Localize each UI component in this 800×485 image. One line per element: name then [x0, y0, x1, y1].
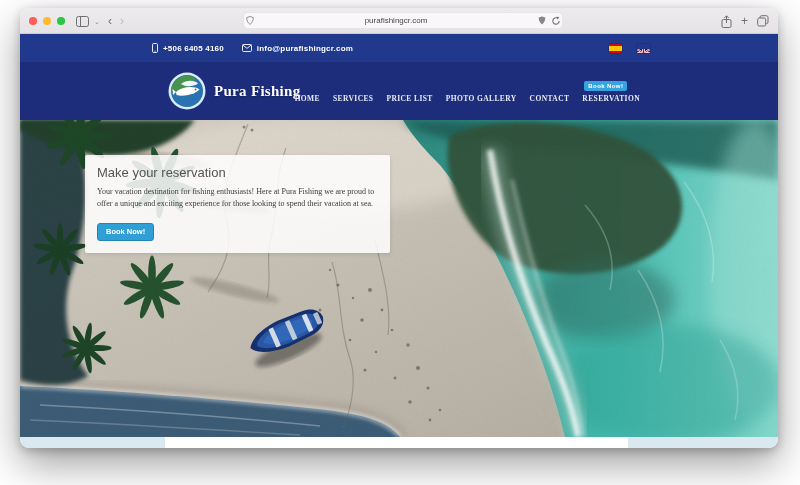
sidebar-icon	[76, 16, 89, 27]
privacy-report-icon[interactable]	[535, 16, 549, 25]
contact-topbar: +506 6405 4160 info@purafishingcr.com	[20, 34, 778, 62]
hero-description: Your vacation destination for fishing en…	[97, 186, 382, 211]
browser-toolbar: ⌄ ‹ › purafishingcr.com	[20, 8, 778, 34]
pura-fishing-logo-icon	[168, 72, 206, 110]
address-bar[interactable]: purafishingcr.com	[243, 12, 563, 29]
phone-link[interactable]: +506 6405 4160	[152, 43, 224, 53]
nav-item-reservation[interactable]: Book Now! RESERVATION	[582, 94, 640, 103]
share-icon	[721, 15, 732, 28]
envelope-icon	[242, 44, 252, 52]
spanish-flag-icon[interactable]	[609, 44, 622, 53]
close-window-button[interactable]	[29, 17, 37, 25]
nav-item-photo-gallery[interactable]: PHOTO GALLERY	[446, 94, 517, 103]
tab-overview-button[interactable]	[757, 15, 769, 27]
hero-section: Make your reservation Your vacation dest…	[20, 120, 778, 437]
email-address: info@purafishingcr.com	[257, 44, 353, 53]
share-button[interactable]	[721, 15, 732, 28]
english-flag-icon[interactable]	[637, 44, 650, 53]
brand-name: Pura Fishing	[214, 83, 301, 100]
book-now-badge[interactable]: Book Now!	[584, 81, 627, 91]
nav-item-reservation-label: RESERVATION	[582, 94, 640, 103]
nav-item-services[interactable]: SERVICES	[333, 94, 373, 103]
phone-number: +506 6405 4160	[163, 44, 224, 53]
main-navbar: Pura Fishing HOME SERVICES PRICE LIST PH…	[20, 62, 778, 120]
site-brand[interactable]: Pura Fishing	[168, 72, 301, 110]
browser-window: ⌄ ‹ › purafishingcr.com	[20, 8, 778, 448]
new-tab-button[interactable]: +	[741, 15, 748, 27]
forward-button[interactable]: ›	[120, 15, 124, 27]
nav-item-contact[interactable]: CONTACT	[530, 94, 570, 103]
webpage: +506 6405 4160 info@purafishingcr.com	[20, 34, 778, 448]
nav-item-home[interactable]: HOME	[295, 94, 320, 103]
email-link[interactable]: info@purafishingcr.com	[242, 44, 353, 53]
tabs-icon	[757, 15, 769, 27]
nav-item-price-list[interactable]: PRICE LIST	[386, 94, 432, 103]
next-section-container	[165, 437, 628, 448]
phone-icon	[152, 43, 158, 53]
book-now-button[interactable]: Book Now!	[97, 223, 154, 241]
privacy-shield-icon	[243, 16, 257, 25]
zoom-window-button[interactable]	[57, 17, 65, 25]
language-switcher	[609, 34, 650, 62]
sidebar-menu-chevron[interactable]: ⌄	[94, 18, 100, 25]
url-text: purafishingcr.com	[257, 16, 535, 25]
back-button[interactable]: ‹	[108, 15, 112, 27]
reservation-card: Make your reservation Your vacation dest…	[85, 155, 390, 253]
nav-menu: HOME SERVICES PRICE LIST PHOTO GALLERY C…	[295, 94, 640, 103]
minimize-window-button[interactable]	[43, 17, 51, 25]
reload-icon[interactable]	[549, 16, 563, 26]
window-controls	[29, 17, 65, 25]
next-section-strip	[20, 437, 778, 448]
sidebar-toggle-button[interactable]	[76, 16, 89, 27]
hero-title: Make your reservation	[97, 165, 378, 180]
